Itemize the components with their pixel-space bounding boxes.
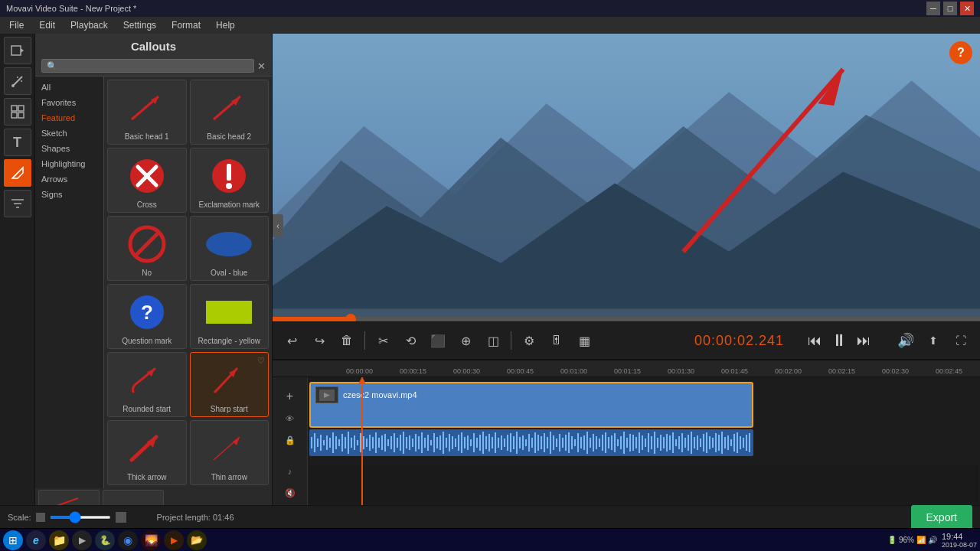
cat-highlighting[interactable]: Highlighting	[35, 156, 103, 171]
svg-rect-156	[645, 439, 646, 447]
callout-icon-thick-arrow	[120, 425, 174, 471]
help-button[interactable]: ?	[949, 41, 972, 64]
svg-rect-127	[556, 439, 557, 447]
playhead[interactable]	[361, 377, 363, 505]
svg-rect-109	[501, 435, 502, 450]
svg-rect-191	[36, 513, 45, 522]
track-lock-btn[interactable]: 🔒	[274, 430, 305, 451]
scale-slider[interactable]	[50, 516, 111, 519]
cat-all[interactable]: All	[35, 80, 103, 95]
taskbar-movavi[interactable]: ▶	[164, 530, 184, 550]
cut-btn[interactable]: ✂	[371, 329, 394, 352]
svg-rect-160	[657, 438, 658, 448]
taskbar-start[interactable]: ⊞	[3, 530, 23, 550]
audio-waveform[interactable]: // waveform bars	[309, 429, 753, 456]
taskbar-explorer[interactable]: 📂	[187, 530, 207, 550]
clear-search-btn[interactable]: ✕	[257, 60, 266, 72]
menu-settings[interactable]: Settings	[117, 18, 162, 32]
callout-cross[interactable]: Cross	[107, 148, 187, 213]
svg-rect-163	[666, 434, 668, 452]
progress-fill	[273, 317, 351, 321]
callout-basic-head-2[interactable]: Basic head 2	[190, 80, 270, 145]
close-btn[interactable]: ✕	[960, 2, 974, 15]
taskbar-chrome[interactable]: ◉	[118, 530, 138, 550]
track-eye-btn[interactable]: 👁	[274, 408, 305, 429]
callout-thin-arrow[interactable]: Thin arrow	[190, 420, 270, 485]
tool-magic[interactable]	[4, 67, 31, 95]
cat-featured[interactable]: Featured	[35, 110, 103, 126]
cat-favorites[interactable]: Favorites	[35, 95, 103, 110]
callout-icon-basic-head-1	[120, 85, 174, 131]
tool-filters[interactable]	[4, 190, 31, 217]
menu-help[interactable]: Help	[210, 18, 241, 32]
callout-thick-arrow[interactable]: Thick arrow	[107, 420, 187, 485]
taskbar-folder[interactable]: 📁	[49, 530, 69, 550]
progress-knob[interactable]	[345, 314, 356, 321]
loop-btn[interactable]: ⟲	[399, 329, 422, 352]
svg-rect-92	[449, 434, 450, 452]
callout-oval-blue[interactable]: Oval - blue	[190, 216, 270, 281]
cat-sketch[interactable]: Sketch	[35, 126, 103, 141]
tool-video[interactable]	[4, 37, 31, 64]
svg-rect-47	[311, 437, 312, 448]
progress-bar[interactable]	[273, 317, 980, 321]
panel-collapse-btn[interactable]: ‹	[273, 214, 283, 237]
tracks-content: czesc2 movavi.mp4 // waveform bars	[308, 377, 980, 505]
minimize-btn[interactable]: ─	[926, 2, 940, 15]
search-input[interactable]	[41, 59, 254, 73]
callout-exclamation[interactable]: Exclamation mark	[190, 148, 270, 213]
maximize-btn[interactable]: □	[943, 2, 957, 15]
svg-rect-78	[406, 437, 407, 448]
fullscreen-btn[interactable]: ⛶	[949, 329, 972, 352]
menu-playback[interactable]: Playback	[64, 18, 114, 32]
taskbar-python[interactable]: 🐍	[95, 530, 115, 550]
callout-rounded-start[interactable]: Rounded start	[107, 352, 187, 417]
timecode: 00:00:02.241	[694, 332, 784, 349]
delete-btn[interactable]: 🗑	[335, 329, 358, 352]
skip-fwd-btn[interactable]: ⏭	[853, 330, 874, 351]
stab-btn[interactable]: ⊕	[454, 329, 477, 352]
volume-btn[interactable]: 🔊	[894, 329, 917, 352]
cat-shapes[interactable]: Shapes	[35, 141, 103, 156]
settings-btn[interactable]: ⚙	[518, 329, 541, 352]
ruler-245: 00:02:45	[936, 367, 980, 375]
search-bar: ✕	[35, 56, 272, 77]
callout-label-rounded-start: Rounded start	[122, 405, 171, 413]
taskbar-photos[interactable]: 🌄	[141, 530, 161, 550]
menu-edit[interactable]: Edit	[33, 18, 61, 32]
taskbar-cmd[interactable]: ▶	[72, 530, 92, 550]
menu-file[interactable]: File	[3, 18, 30, 32]
trim-btn[interactable]: ◫	[482, 329, 505, 352]
undo-btn[interactable]: ↩	[280, 329, 303, 352]
track-mute-btn[interactable]: 🔇	[274, 483, 305, 504]
cat-signs[interactable]: Signs	[35, 187, 103, 202]
share-btn[interactable]: ⬆	[922, 329, 945, 352]
audiomix-btn[interactable]: 🎚	[545, 329, 568, 352]
tool-callouts[interactable]	[4, 159, 31, 187]
skip-back-btn[interactable]: ⏮	[804, 330, 825, 351]
taskbar-ie[interactable]: e	[26, 530, 46, 550]
menu-format[interactable]: Format	[165, 18, 207, 32]
pause-btn[interactable]: ⏸	[828, 330, 850, 351]
subtitle-btn[interactable]: ▦	[573, 329, 596, 352]
callout-no[interactable]: No	[107, 216, 187, 281]
video-track[interactable]: czesc2 movavi.mp4	[309, 382, 753, 428]
callout-question-mark[interactable]: ? Question mark	[107, 284, 187, 349]
redo-btn[interactable]: ↪	[308, 329, 331, 352]
svg-rect-62	[357, 440, 358, 445]
track-audio-btn[interactable]: ♪	[274, 461, 305, 481]
callout-basic-head-1[interactable]: Basic head 1	[107, 80, 187, 145]
clock-date: 2019-08-07	[942, 541, 977, 549]
callout-rectangle-yellow[interactable]: Rectangle - yellow	[190, 284, 270, 349]
add-track-btn[interactable]: +	[274, 386, 305, 406]
svg-rect-105	[488, 434, 490, 452]
svg-rect-151	[629, 434, 631, 452]
tool-grid[interactable]	[4, 98, 31, 126]
cat-arrows[interactable]: Arrows	[35, 171, 103, 187]
tool-text[interactable]: T	[4, 129, 31, 156]
export-btn[interactable]: Export	[911, 505, 972, 530]
svg-rect-50	[320, 435, 322, 451]
svg-rect-182	[724, 437, 726, 448]
crop-btn[interactable]: ⬛	[426, 329, 449, 352]
callout-sharp-start[interactable]: ♡ Sharp start	[190, 352, 270, 417]
